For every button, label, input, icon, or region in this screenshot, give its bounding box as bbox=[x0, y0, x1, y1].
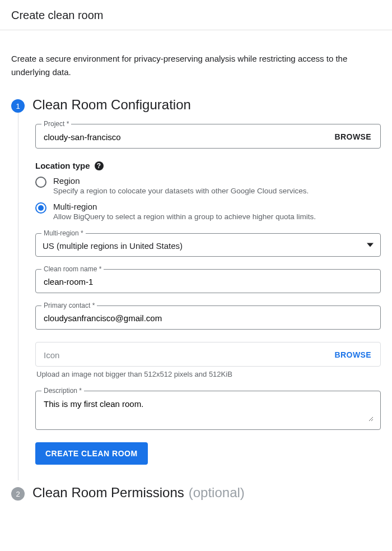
project-browse-button[interactable]: BROWSE bbox=[333, 131, 374, 142]
radio-region[interactable]: Region Specify a region to colocate your… bbox=[35, 176, 381, 195]
step-1-header: 1 Clean Room Configuration bbox=[11, 97, 381, 113]
radio-region-title: Region bbox=[53, 176, 309, 186]
radio-multiregion-desc: Allow BigQuery to select a region within… bbox=[53, 212, 316, 221]
project-field[interactable]: Project * BROWSE bbox=[35, 124, 381, 149]
multiregion-value: US (multiple regions in United States) bbox=[43, 241, 367, 251]
step-2-title-text: Clean Room Permissions bbox=[32, 485, 184, 501]
chevron-down-icon bbox=[367, 240, 374, 251]
primary-contact-group: Primary contact * bbox=[35, 305, 381, 330]
intro-text: Create a secure environment for privacy-… bbox=[11, 52, 381, 79]
icon-input[interactable] bbox=[43, 350, 328, 360]
step-1-badge: 1 bbox=[11, 99, 25, 113]
location-type-label: Location type ? bbox=[35, 161, 381, 170]
clean-room-name-label: Clean room name * bbox=[41, 265, 104, 273]
icon-field[interactable]: BROWSE bbox=[35, 342, 381, 367]
page-header: Create clean room bbox=[0, 0, 392, 30]
primary-contact-input[interactable] bbox=[43, 313, 374, 323]
multiregion-field-group: Multi-region * US (multiple regions in U… bbox=[35, 233, 381, 257]
step-1-body: Project * BROWSE Location type ? Region … bbox=[18, 113, 381, 480]
step-2-badge: 2 bbox=[11, 487, 25, 501]
create-clean-room-button[interactable]: CREATE CLEAN ROOM bbox=[35, 442, 148, 465]
description-input[interactable]: This is my first clean room. bbox=[43, 398, 374, 422]
clean-room-name-input[interactable] bbox=[43, 276, 374, 287]
radio-region-desc: Specify a region to colocate your datase… bbox=[53, 187, 309, 195]
radio-multiregion[interactable]: Multi-region Allow BigQuery to select a … bbox=[35, 202, 381, 221]
description-group: Description * This is my first clean roo… bbox=[35, 391, 381, 430]
primary-contact-label: Primary contact * bbox=[41, 302, 97, 309]
step-2-optional: (optional) bbox=[189, 485, 245, 501]
clean-room-name-field[interactable]: Clean room name * bbox=[35, 269, 381, 293]
step-1-title: Clean Room Configuration bbox=[32, 97, 191, 113]
radio-multiregion-title: Multi-region bbox=[53, 202, 316, 211]
radio-multiregion-dot bbox=[38, 205, 44, 211]
description-label: Description * bbox=[41, 387, 84, 395]
clean-room-name-group: Clean room name * bbox=[35, 269, 381, 293]
description-field[interactable]: Description * This is my first clean roo… bbox=[35, 391, 381, 430]
primary-contact-field[interactable]: Primary contact * bbox=[35, 305, 381, 330]
radio-multiregion-circle bbox=[35, 202, 46, 214]
step-2-header[interactable]: 2 Clean Room Permissions (optional) bbox=[11, 485, 381, 501]
multiregion-select[interactable]: Multi-region * US (multiple regions in U… bbox=[35, 233, 381, 257]
icon-browse-button[interactable]: BROWSE bbox=[333, 349, 374, 360]
project-field-group: Project * BROWSE bbox=[35, 124, 381, 149]
location-type-group: Location type ? Region Specify a region … bbox=[35, 161, 381, 221]
icon-helper: Upload an image not bigger than 512x512 … bbox=[36, 370, 380, 378]
icon-field-group: BROWSE Upload an image not bigger than 5… bbox=[35, 342, 381, 378]
radio-region-circle bbox=[35, 177, 46, 188]
multiregion-label: Multi-region * bbox=[41, 229, 86, 237]
project-input[interactable] bbox=[43, 132, 328, 142]
help-icon[interactable]: ? bbox=[95, 161, 104, 170]
content: Create a secure environment for privacy-… bbox=[0, 30, 392, 523]
project-label: Project * bbox=[41, 120, 71, 128]
location-type-text: Location type bbox=[35, 161, 90, 170]
page-title: Create clean room bbox=[11, 9, 381, 22]
step-2-title: Clean Room Permissions (optional) bbox=[32, 485, 245, 501]
